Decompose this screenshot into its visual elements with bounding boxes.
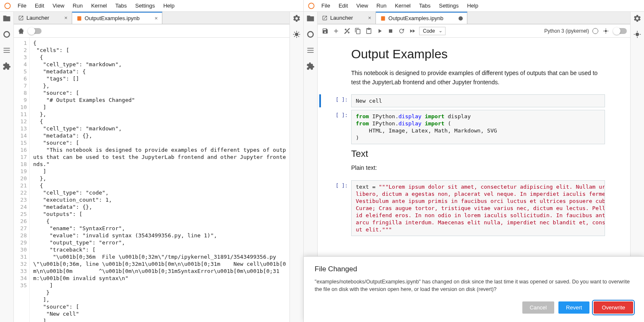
menu-run[interactable]: Run xyxy=(372,1,391,10)
paste-icon[interactable] xyxy=(365,27,373,35)
tab-launcher-label: Launcher xyxy=(330,15,353,21)
cell-prompt: [ ]: xyxy=(322,94,351,107)
menu-file[interactable]: File xyxy=(317,1,334,10)
left-main: Launcher × OutputExamples.ipynb × 123456… xyxy=(14,12,289,322)
activity-bar-left xyxy=(0,12,14,322)
tab-launcher[interactable]: Launcher × xyxy=(14,12,72,24)
cell-type-select[interactable]: Code xyxy=(419,27,446,35)
bug-icon[interactable] xyxy=(292,30,301,39)
menu-run[interactable]: Run xyxy=(68,1,87,10)
kernel-name[interactable]: Python 3 (ipykernel) xyxy=(544,28,589,34)
stop-icon[interactable] xyxy=(386,27,395,35)
dialog-body: "examples/notebooks/OutputExamples.ipynb… xyxy=(315,278,633,293)
svg-point-9 xyxy=(636,33,639,36)
nb-title: Output Examples xyxy=(351,47,605,61)
code-cell-3[interactable]: [ ]: text = """Lorem ipsum dolor sit ame… xyxy=(322,180,605,236)
bug-icon[interactable] xyxy=(602,27,610,35)
jupyter-logo xyxy=(308,3,315,9)
nb-h2-text: Text xyxy=(351,148,605,159)
menu-help[interactable]: Help xyxy=(463,1,482,10)
run-icon[interactable] xyxy=(375,27,384,35)
tab-launcher-label: Launcher xyxy=(26,15,49,21)
circle-icon[interactable] xyxy=(306,30,315,39)
kernel-status-icon xyxy=(592,28,598,34)
code-content[interactable]: { "cells": [ { "cell_type": "markdown", … xyxy=(30,38,289,322)
launcher-icon xyxy=(322,15,328,21)
notebook-toolbar: Code Python 3 (ipykernel) xyxy=(318,24,630,38)
tab-notebook-label: OutputExamples.ipynb xyxy=(388,15,443,21)
menu-tabs[interactable]: Tabs xyxy=(415,1,435,10)
close-icon[interactable]: × xyxy=(368,15,371,21)
debug-toggle[interactable] xyxy=(28,28,42,34)
circle-icon[interactable] xyxy=(3,30,11,39)
cell-input[interactable]: text = """Lorem ipsum dolor sit amet, co… xyxy=(351,180,605,236)
jupyter-logo xyxy=(4,3,11,9)
dialog-title: File Changed xyxy=(315,265,633,273)
menu-kernel[interactable]: Kernel xyxy=(87,1,111,10)
svg-rect-7 xyxy=(389,29,392,33)
close-icon[interactable]: × xyxy=(64,15,68,21)
svg-rect-6 xyxy=(381,16,385,21)
restart-icon[interactable] xyxy=(397,27,406,35)
cell-input[interactable]: from IPython.display import display from… xyxy=(351,110,605,144)
close-icon[interactable]: × xyxy=(155,15,158,21)
dirty-indicator xyxy=(459,16,463,21)
menu-file[interactable]: File xyxy=(13,1,31,10)
tab-notebook[interactable]: OutputExamples.ipynb xyxy=(376,12,467,24)
code-cell-2[interactable]: [ ]: from IPython.display import display… xyxy=(322,110,605,144)
svg-point-8 xyxy=(605,30,607,32)
cell-prompt: [ ]: xyxy=(322,180,351,236)
overwrite-button[interactable]: Overwrite xyxy=(594,301,633,314)
gear-icon[interactable] xyxy=(633,14,641,23)
json-toolbar xyxy=(14,24,289,38)
menu-tabs[interactable]: Tabs xyxy=(111,1,131,10)
save-icon[interactable] xyxy=(321,27,329,35)
folder-icon[interactable] xyxy=(3,14,11,23)
folder-icon[interactable] xyxy=(306,14,315,23)
menu-edit[interactable]: Edit xyxy=(31,1,48,10)
svg-point-4 xyxy=(308,3,314,8)
menubar-right: FileEditViewRunKernelTabsSettingsHelp xyxy=(304,0,644,12)
bug-icon[interactable] xyxy=(17,27,26,35)
tab-launcher[interactable]: Launcher × xyxy=(318,12,376,24)
bug-icon[interactable] xyxy=(633,30,641,39)
menu-settings[interactable]: Settings xyxy=(131,1,159,10)
nb-intro: This notebook is designed to provide exa… xyxy=(351,69,605,87)
copy-icon[interactable] xyxy=(354,27,362,35)
json-editor[interactable]: 1234567891011121314151617181920212223242… xyxy=(14,38,289,322)
menu-view[interactable]: View xyxy=(48,1,68,10)
cut-icon[interactable] xyxy=(343,27,351,35)
menu-edit[interactable]: Edit xyxy=(334,1,352,10)
extension-icon[interactable] xyxy=(3,62,11,70)
menu-view[interactable]: View xyxy=(352,1,372,10)
extension-icon[interactable] xyxy=(306,62,315,70)
tabbar-right: Launcher × OutputExamples.ipynb xyxy=(318,12,630,24)
list-icon[interactable] xyxy=(306,46,315,55)
add-icon[interactable] xyxy=(332,27,340,35)
code-cell-1[interactable]: [ ]: New cell xyxy=(322,94,605,107)
menu-kernel[interactable]: Kernel xyxy=(391,1,415,10)
tabbar-left: Launcher × OutputExamples.ipynb × xyxy=(14,12,289,24)
list-icon[interactable] xyxy=(3,46,11,55)
menu-help[interactable]: Help xyxy=(159,1,179,10)
ز-revert-button[interactable]: Revert xyxy=(558,301,589,314)
cancel-button[interactable]: Cancel xyxy=(522,301,554,314)
menu-settings[interactable]: Settings xyxy=(435,1,463,10)
svg-point-3 xyxy=(295,33,298,36)
gear-icon[interactable] xyxy=(292,14,301,23)
line-gutter: 1234567891011121314151617181920212223242… xyxy=(14,38,30,322)
nb-plain-label: Plain text: xyxy=(351,164,605,173)
file-changed-dialog: File Changed "examples/notebooks/OutputE… xyxy=(304,256,644,322)
notebook-icon xyxy=(76,16,82,21)
cell-prompt: [ ]: xyxy=(322,110,351,144)
svg-point-5 xyxy=(308,31,313,37)
launcher-icon xyxy=(18,15,24,21)
menubar-left: FileEditViewRunKernelTabsSettingsHelp xyxy=(0,0,303,12)
svg-point-1 xyxy=(4,31,9,37)
notebook-icon xyxy=(380,16,386,21)
debug-toggle[interactable] xyxy=(613,28,627,34)
svg-rect-2 xyxy=(77,16,81,21)
fast-forward-icon[interactable] xyxy=(408,27,417,35)
cell-input[interactable]: New cell xyxy=(351,94,605,107)
tab-notebook-json[interactable]: OutputExamples.ipynb × xyxy=(72,12,162,24)
